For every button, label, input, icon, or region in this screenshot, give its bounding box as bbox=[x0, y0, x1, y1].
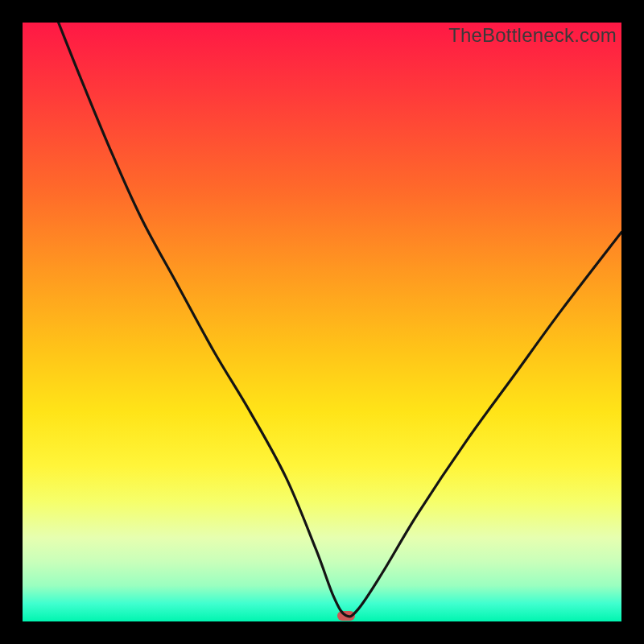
chart-frame: TheBottleneck.com bbox=[0, 0, 644, 644]
plot-area: TheBottleneck.com bbox=[23, 23, 621, 621]
watermark-text: TheBottleneck.com bbox=[448, 24, 617, 47]
bottleneck-curve bbox=[23, 23, 621, 621]
curve-path bbox=[59, 23, 621, 617]
